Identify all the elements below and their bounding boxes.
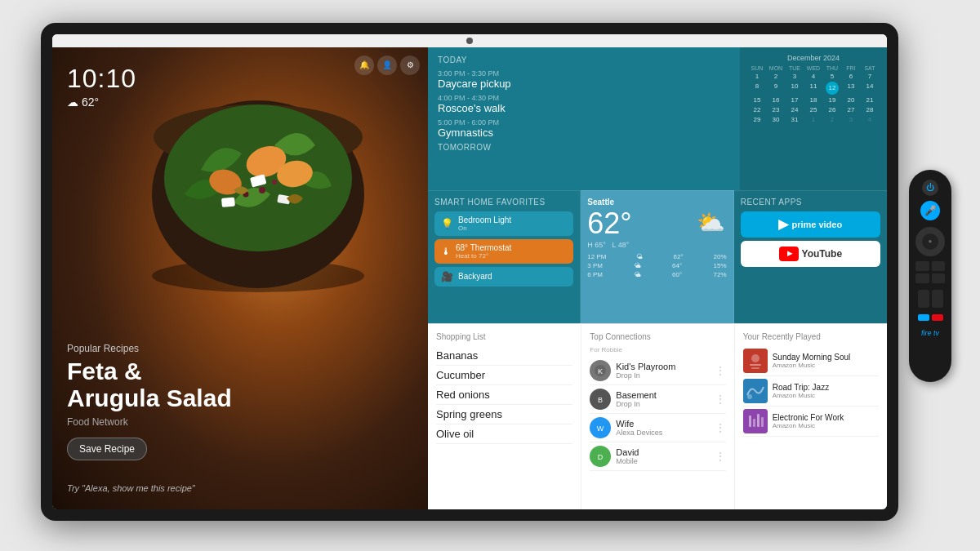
cal-day-30[interactable]: 30: [767, 115, 785, 124]
svg-rect-31: [761, 417, 764, 427]
thermostat-button[interactable]: 🌡 68° Thermostat Heat to 72°: [434, 239, 573, 264]
forecast-2-precip: 15%: [714, 262, 727, 269]
shopping-label: Shopping List: [436, 332, 572, 341]
cal-day-7[interactable]: 7: [861, 72, 879, 81]
cal-day-18[interactable]: 18: [804, 96, 822, 104]
music-1-source: Amazon Music: [773, 362, 879, 369]
cal-day-25[interactable]: 25: [804, 105, 822, 114]
cal-day-2[interactable]: 2: [767, 72, 785, 81]
connection-2-more-icon[interactable]: ⋮: [715, 393, 726, 406]
cal-day-1[interactable]: 1: [748, 72, 766, 81]
cal-day-6[interactable]: 6: [842, 72, 860, 81]
shopping-item-3[interactable]: Red onions: [436, 385, 572, 405]
remote-btn-1[interactable]: [915, 261, 929, 271]
cal-day-10[interactable]: 10: [786, 82, 804, 95]
connection-item-4[interactable]: D David Mobile ⋮: [590, 442, 725, 471]
cal-header-fri: FRI: [842, 65, 860, 71]
cal-header-thu: THU: [823, 65, 841, 71]
connection-3-info: Wife Alexa Devices: [616, 419, 709, 437]
forecast-2-temp: 64°: [672, 262, 682, 269]
music-item-1[interactable]: Sunday Morning Soul Amazon Music: [743, 346, 879, 376]
time-widget: 10:10 ☁ 62°: [67, 64, 136, 109]
connection-3-more-icon[interactable]: ⋮: [715, 421, 726, 434]
remote-vol-up[interactable]: [918, 290, 929, 308]
svg-point-11: [272, 180, 277, 184]
forecast-row-3: 6 PM 🌥 60° 72%: [587, 270, 726, 279]
save-recipe-button[interactable]: Save Recipe: [67, 438, 147, 460]
tv-top-bar: [52, 34, 887, 47]
cal-day-8[interactable]: 8: [748, 82, 766, 95]
connection-item-1[interactable]: K Kid's Playroom Drop In ⋮: [590, 357, 725, 385]
bedroom-light-button[interactable]: 💡 Bedroom Light On: [434, 211, 573, 236]
cal-day-29[interactable]: 29: [748, 115, 766, 124]
cal-day-11[interactable]: 11: [804, 82, 822, 95]
svg-rect-29: [753, 419, 755, 427]
cal-day-9[interactable]: 9: [767, 82, 785, 95]
prime-video-app[interactable]: ▶ prime video: [741, 211, 880, 238]
cal-day-26[interactable]: 26: [823, 105, 841, 114]
cal-day-4[interactable]: 4: [804, 72, 822, 81]
remote-mic-button[interactable]: 🎤: [920, 201, 940, 220]
cal-day-16[interactable]: 16: [767, 96, 785, 104]
remote-dpad[interactable]: ●: [915, 227, 945, 256]
shopping-item-5[interactable]: Olive oil: [436, 424, 572, 444]
shopping-item-4[interactable]: Spring greens: [436, 405, 572, 424]
prime-video-icon: ▶: [778, 216, 788, 232]
youtube-app[interactable]: ▶ YouTube: [741, 241, 880, 267]
svg-rect-9: [221, 197, 235, 207]
svg-text:K: K: [598, 367, 603, 375]
music-3-info: Electronic For Work Amazon Music: [773, 413, 879, 429]
cal-day-31[interactable]: 31: [786, 115, 804, 124]
cal-day-28[interactable]: 28: [861, 105, 879, 114]
remote-red-button[interactable]: [932, 314, 943, 321]
cal-day-13[interactable]: 13: [842, 82, 860, 95]
event-2-name: Roscoe's walk: [438, 102, 730, 114]
cal-day-5[interactable]: 5: [823, 72, 841, 81]
light-icon: 💡: [441, 218, 453, 229]
cal-day-12-today[interactable]: 12: [826, 82, 839, 95]
music-item-3[interactable]: Electronic For Work Amazon Music: [743, 407, 879, 437]
recently-played-widget: Your Recently Played Sunday Morning Soul…: [734, 323, 887, 509]
remote-vol-down[interactable]: [932, 290, 943, 308]
recent-apps-widget: Recent Apps ▶ prime video ▶ YouTube: [734, 190, 887, 323]
settings-icon[interactable]: ⚙: [400, 56, 420, 75]
event-2: 4:00 PM - 4:30 PM Roscoe's walk: [438, 94, 730, 114]
cal-day-19[interactable]: 19: [823, 96, 841, 104]
cal-day-3[interactable]: 3: [786, 72, 804, 81]
music-2-source: Amazon Music: [773, 392, 879, 399]
cal-day-15[interactable]: 15: [748, 96, 766, 104]
remote-power-button[interactable]: ⏻: [922, 180, 938, 196]
cal-day-27[interactable]: 27: [842, 105, 860, 114]
remote-btn-2[interactable]: [932, 261, 946, 271]
connection-1-more-icon[interactable]: ⋮: [715, 364, 726, 377]
connection-4-info: David Mobile: [616, 447, 709, 465]
remote-blue-button[interactable]: [918, 314, 929, 321]
forecast-1-precip: 20%: [714, 253, 727, 260]
cal-day-17[interactable]: 17: [786, 96, 804, 104]
cal-day-24[interactable]: 24: [786, 105, 804, 114]
cal-day-21[interactable]: 21: [861, 96, 879, 104]
cal-day-23[interactable]: 23: [767, 105, 785, 114]
music-1-info: Sunday Morning Soul Amazon Music: [773, 353, 879, 369]
remote-btn-3[interactable]: [915, 273, 929, 283]
music-item-2[interactable]: Road Trip: Jazz Amazon Music: [743, 376, 879, 407]
music-1-title: Sunday Morning Soul: [773, 353, 879, 362]
backyard-button[interactable]: 🎥 Backyard: [434, 267, 573, 287]
cal-day-20[interactable]: 20: [842, 96, 860, 104]
forecast-3-temp: 60°: [672, 271, 682, 278]
shopping-item-1[interactable]: Bananas: [436, 346, 572, 366]
svg-rect-28: [749, 415, 751, 427]
music-thumb-2: [743, 379, 768, 403]
youtube-triangle: ▶: [787, 250, 792, 257]
connection-item-3[interactable]: W Wife Alexa Devices ⋮: [590, 414, 725, 442]
cal-day-14[interactable]: 14: [861, 82, 879, 95]
calendar-widget: Today 3:00 PM - 3:30 PM Daycare pickup 4…: [428, 47, 887, 190]
connection-3-status: Alexa Devices: [616, 429, 709, 437]
connection-item-2[interactable]: B Basement Drop In ⋮: [590, 385, 725, 414]
cal-day-22[interactable]: 22: [748, 105, 766, 114]
connection-4-more-icon[interactable]: ⋮: [715, 450, 726, 463]
shopping-item-2[interactable]: Cucumber: [436, 366, 572, 385]
cal-header-tue: TUE: [786, 65, 804, 71]
forecast-1-temp: 62°: [673, 253, 683, 260]
remote-btn-4[interactable]: [932, 273, 946, 283]
